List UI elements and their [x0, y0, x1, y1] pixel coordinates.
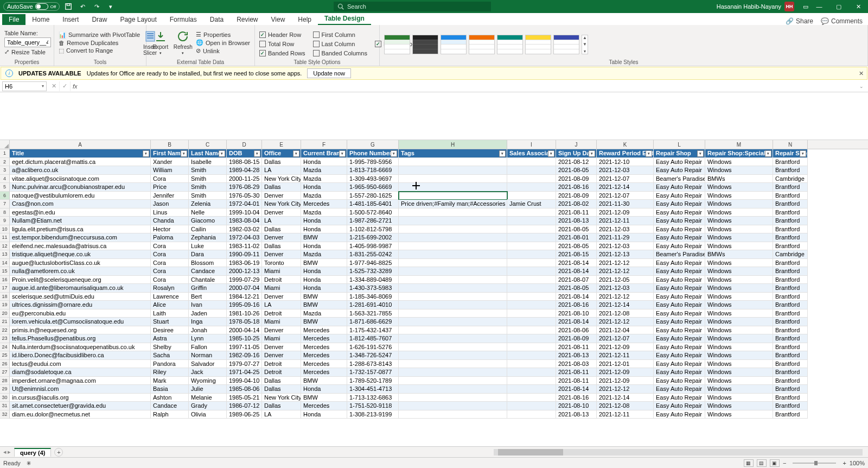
tab-help[interactable]: Help — [291, 14, 318, 25]
cell[interactable]: Detroit — [262, 309, 301, 318]
cell[interactable] — [507, 158, 556, 167]
cell[interactable]: 1-215-699-2002 — [347, 233, 399, 242]
col-header[interactable]: K — [597, 140, 654, 149]
cell[interactable]: 1982-09-16 — [227, 351, 262, 360]
cell[interactable]: 1-308-213-9199 — [347, 410, 399, 419]
cell[interactable]: 2021-08-14 — [556, 385, 597, 394]
cell[interactable]: Denver — [262, 351, 301, 360]
cell[interactable]: Julie — [189, 385, 227, 394]
cell[interactable]: diam.eu.dolor@necmetus.net — [10, 410, 151, 419]
tab-formulas[interactable]: Formulas — [163, 14, 203, 25]
cell[interactable] — [399, 183, 507, 192]
cell[interactable]: Brantford — [773, 318, 808, 326]
cell[interactable] — [399, 385, 507, 394]
cell[interactable]: 1-288-673-8143 — [347, 360, 399, 369]
cell[interactable]: 1-871-686-6629 — [347, 318, 399, 326]
save-icon[interactable] — [63, 1, 74, 12]
cell[interactable]: Isabelle — [189, 158, 227, 167]
row-header[interactable]: 16 — [0, 276, 10, 284]
cell[interactable]: William — [151, 166, 189, 175]
cell[interactable]: Cambridge — [773, 175, 808, 184]
cell[interactable] — [399, 343, 507, 352]
cell[interactable]: Windows — [705, 360, 773, 369]
cell[interactable]: Easy Auto Repair — [654, 267, 705, 276]
account-area[interactable]: Hasanain Habib-Nayany HH ▭ — [717, 2, 808, 11]
cell[interactable]: Ashton — [151, 394, 189, 402]
cell[interactable]: Easy Auto Repair — [654, 242, 705, 251]
cell[interactable]: 1-813-718-6669 — [347, 166, 399, 175]
cell[interactable]: Nunc.pulvinar.arcu@conubianostraper.edu — [10, 183, 151, 192]
cell[interactable]: 2021-12-07 — [597, 175, 654, 184]
cell[interactable]: 2021-12-09 — [597, 343, 654, 352]
maximize-button[interactable]: ▢ — [829, 0, 848, 13]
cell[interactable]: Easy Auto Repair — [654, 225, 705, 234]
row-header[interactable]: 14 — [0, 259, 10, 268]
cell[interactable]: Brantford — [773, 233, 808, 242]
filter-dropdown-icon[interactable]: ▾ — [219, 150, 225, 157]
msgbar-close-icon[interactable]: ✕ — [859, 70, 864, 77]
col-header[interactable]: B — [151, 140, 189, 149]
cell[interactable]: 1985-10-25 — [227, 334, 262, 343]
cell[interactable]: 2021-12-08 — [597, 309, 654, 318]
table-header-cell[interactable]: Title▾ — [10, 149, 151, 158]
col-header[interactable]: E — [262, 140, 301, 149]
cell[interactable]: 1989-04-28 — [227, 166, 262, 175]
row-header[interactable]: 13 — [0, 250, 10, 259]
table-header-cell[interactable]: Office▾ — [262, 149, 301, 158]
cell[interactable]: 2021-12-12 — [597, 293, 654, 301]
cell[interactable]: Smith — [189, 175, 227, 184]
cell[interactable]: 1-348-726-5247 — [347, 351, 399, 360]
cell[interactable]: BMW — [301, 233, 347, 242]
cell[interactable]: Beamer's Paradise — [654, 250, 705, 259]
cell[interactable] — [399, 351, 507, 360]
cell[interactable]: 2021-12-09 — [597, 377, 654, 385]
cell[interactable]: 2021-08-16 — [556, 301, 597, 309]
cell[interactable]: 2021-12-11 — [597, 217, 654, 225]
cell[interactable]: 1-812-485-7607 — [347, 334, 399, 343]
cell[interactable]: Easy Auto Repair — [654, 259, 705, 268]
cell[interactable]: 2021-08-14 — [556, 318, 597, 326]
table-header-cell[interactable]: Repair Shop▾ — [654, 149, 705, 158]
cell[interactable]: Salvador — [189, 360, 227, 369]
cell[interactable]: Windows — [705, 192, 773, 200]
table-style-thumb[interactable] — [525, 35, 551, 54]
tab-view[interactable]: View — [265, 14, 292, 25]
cell[interactable]: Jonah — [189, 326, 227, 335]
cell[interactable]: Easy Auto Repair — [654, 217, 705, 225]
cell[interactable] — [399, 394, 507, 402]
ext-properties-button[interactable]: ☰ Properties — [196, 31, 250, 38]
cell[interactable]: Denver — [262, 192, 301, 200]
cell[interactable]: ligula.elit.pretium@risus.ca — [10, 225, 151, 234]
cell[interactable] — [399, 259, 507, 268]
cell[interactable] — [507, 192, 556, 200]
update-now-button[interactable]: Update now — [307, 68, 351, 78]
cell[interactable]: Giacomo — [189, 217, 227, 225]
cell[interactable]: 1995-09-16 — [227, 301, 262, 309]
remove-duplicates-button[interactable]: 🗑 Remove Duplicates — [59, 40, 140, 46]
row-header[interactable]: 31 — [0, 402, 10, 410]
cell[interactable]: Easy Auto Repair — [654, 360, 705, 369]
cell[interactable]: Beamer's Paradise — [654, 175, 705, 184]
cell[interactable]: Easy Auto Repair — [654, 158, 705, 167]
cell[interactable]: 2021-12-03 — [597, 166, 654, 175]
cell[interactable]: Easy Auto Repair — [654, 410, 705, 419]
cell[interactable]: BMWs — [705, 250, 773, 259]
cell[interactable]: Blossom — [189, 259, 227, 268]
row-header[interactable]: 7 — [0, 200, 10, 208]
cell[interactable]: 2000-11-25 — [227, 175, 262, 184]
cell[interactable]: Windows — [705, 309, 773, 318]
cell[interactable]: Basia — [151, 385, 189, 394]
cell[interactable]: Brantford — [773, 158, 808, 167]
cell[interactable]: augue@luctuslobortisClass.co.uk — [10, 259, 151, 268]
cell[interactable]: 2021-08-14 — [556, 293, 597, 301]
cell[interactable]: 1-732-157-0877 — [347, 368, 399, 377]
cell[interactable]: 2021-08-05 — [556, 242, 597, 251]
cell[interactable]: Cora — [151, 267, 189, 276]
cell[interactable]: Mercedes — [301, 326, 347, 335]
cell[interactable]: Price driven;#Family man;#Accessories — [399, 200, 507, 208]
open-browser-button[interactable]: 🌐 Open in Browser — [196, 39, 250, 46]
accessibility-icon[interactable]: ⛯ — [26, 460, 32, 466]
cell[interactable]: 1-977-946-8825 — [347, 259, 399, 268]
cell[interactable]: Easy Auto Repair — [654, 276, 705, 284]
cell[interactable]: 1971-04-25 — [227, 368, 262, 377]
